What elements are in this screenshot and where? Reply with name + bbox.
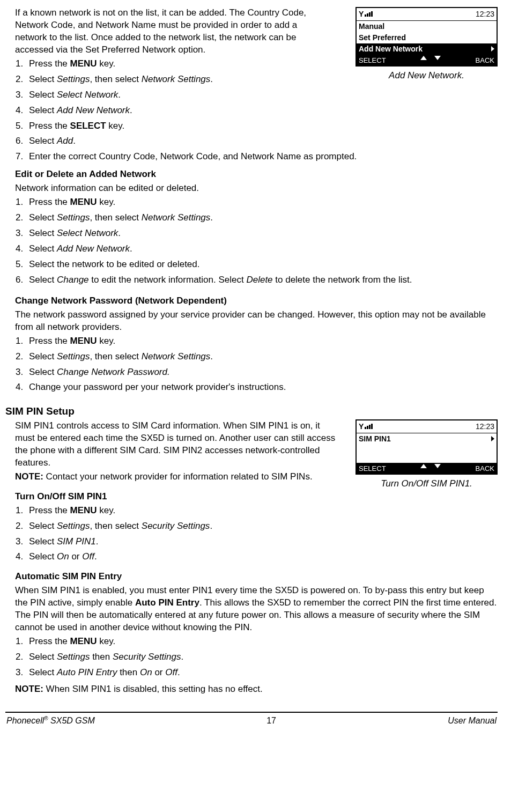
phone-screen: Y 12:23 Manual Set Preferred Add New Net… xyxy=(356,7,498,67)
note-paragraph: NOTE: Contact your network provider for … xyxy=(15,471,337,483)
list-item: Select Select Network. xyxy=(26,227,498,240)
menu-item-set-preferred: Set Preferred xyxy=(357,32,497,43)
intro-paragraph: If a known network is not on the list, i… xyxy=(15,7,321,56)
list-item: Select Settings then Security Settings. xyxy=(26,651,498,663)
list-item: Select Auto PIN Entry then On or Off. xyxy=(26,667,498,679)
list-item: Select Settings, then select Security Se… xyxy=(26,520,498,533)
figure-add-new-network: Y 12:23 Manual Set Preferred Add New Net… xyxy=(356,7,498,82)
signal-icon: Y xyxy=(359,9,373,19)
arrow-up-icon xyxy=(420,464,427,468)
steps-auto-pin-entry: Press the MENU key. Select Settings then… xyxy=(15,636,498,679)
list-item: Press the MENU key. xyxy=(26,335,498,348)
footer-left: Phonecell® SX5D GSM xyxy=(6,715,95,727)
signal-icon: Y xyxy=(359,422,373,432)
phone-screen: Y 12:23 SIM PIN1 SELECT BACK xyxy=(356,419,498,475)
softkey-back: BACK xyxy=(473,463,497,474)
footer-rule xyxy=(5,712,498,713)
paragraph: The network password assigned by your se… xyxy=(15,309,498,334)
list-item: Select the network to be edited or delet… xyxy=(26,259,498,271)
list-item: Press the SELECT key. xyxy=(26,120,498,132)
list-item: Select Add New Network. xyxy=(26,243,498,255)
steps-edit-delete: Press the MENU key. Select Settings, the… xyxy=(15,196,498,286)
steps-turn-on-off-pin1: Press the MENU key. Select Settings, the… xyxy=(15,505,498,564)
list-item: Press the MENU key. xyxy=(26,505,498,517)
page-footer: Phonecell® SX5D GSM 17 User Manual xyxy=(5,715,498,727)
note-paragraph: NOTE: When SIM PIN1 is disabled, this se… xyxy=(15,683,498,696)
heading-auto-pin-entry: Automatic SIM PIN Entry xyxy=(15,571,498,583)
heading-change-password: Change Network Password (Network Depende… xyxy=(15,295,498,307)
menu-item-sim-pin1: SIM PIN1 xyxy=(357,433,497,445)
list-item: Change your password per your network pr… xyxy=(26,381,498,394)
figure-caption: Add New Network. xyxy=(356,70,498,82)
list-item: Select Add. xyxy=(26,135,498,147)
heading-turn-on-off-pin1: Turn On/Off SIM PIN1 xyxy=(15,491,498,503)
list-item: Select Settings, then select Network Set… xyxy=(26,212,498,224)
list-item: Enter the correct Country Code, Network … xyxy=(26,151,498,163)
steps-change-password: Press the MENU key. Select Settings, the… xyxy=(15,335,498,394)
softkey-back: BACK xyxy=(473,55,497,66)
chevron-right-icon xyxy=(491,436,494,441)
list-item: Select SIM PIN1. xyxy=(26,536,498,548)
paragraph: SIM PIN1 controls access to SIM Card inf… xyxy=(15,420,337,469)
page-number: 17 xyxy=(266,715,276,727)
figure-caption: Turn On/Off SIM PIN1. xyxy=(356,478,498,490)
softkey-select: SELECT xyxy=(357,463,388,474)
list-item: Select Select Network. xyxy=(26,89,498,101)
menu-item-manual: Manual xyxy=(357,21,497,32)
arrow-up-icon xyxy=(420,56,427,60)
figure-sim-pin1: Y 12:23 SIM PIN1 SELECT BACK Turn On/Off… xyxy=(356,419,498,490)
arrow-down-icon xyxy=(434,464,441,468)
clock-text: 12:23 xyxy=(476,422,494,432)
heading-sim-pin-setup: SIM PIN Setup xyxy=(5,404,498,418)
list-item: Select On or Off. xyxy=(26,551,498,563)
footer-right: User Manual xyxy=(448,715,497,727)
paragraph: When SIM PIN1 is enabled, you must enter… xyxy=(15,585,498,634)
softkey-select: SELECT xyxy=(357,55,388,66)
list-item: Press the MENU key. xyxy=(26,196,498,209)
arrow-down-icon xyxy=(434,56,441,60)
list-item: Select Add New Network. xyxy=(26,105,498,117)
heading-edit-delete: Edit or Delete an Added Network xyxy=(15,168,498,181)
list-item: Press the MENU key. xyxy=(26,636,498,648)
chevron-right-icon xyxy=(491,46,494,51)
menu-item-add-new-network: Add New Network xyxy=(357,43,497,55)
list-item: Select Settings, then select Network Set… xyxy=(26,351,498,363)
clock-text: 12:23 xyxy=(476,9,494,19)
paragraph: Network information can be edited or del… xyxy=(15,182,498,195)
list-item: Select Change to edit the network inform… xyxy=(26,274,498,286)
list-item: Select Change Network Password. xyxy=(26,366,498,379)
